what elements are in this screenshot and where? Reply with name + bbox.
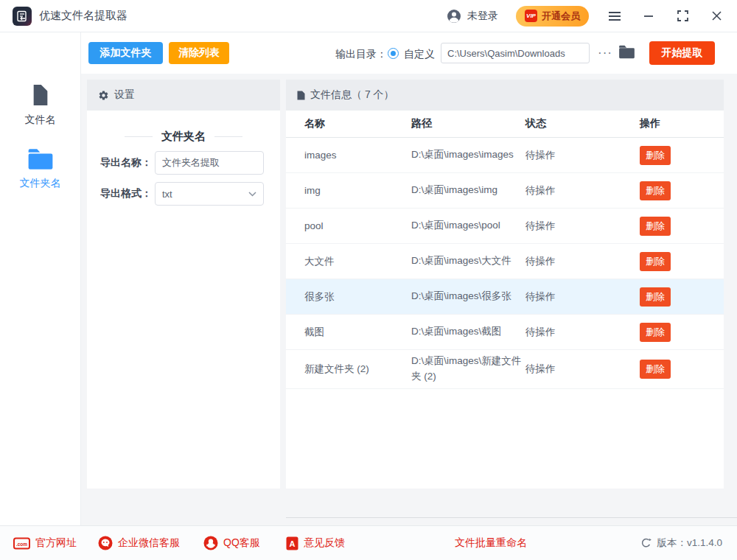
custom-radio-label[interactable]: 自定义	[404, 48, 435, 61]
maximize-button[interactable]	[674, 8, 691, 24]
table-row[interactable]: imgD:\桌面\images\img待操作删除	[286, 173, 724, 209]
row-actions: 删除	[640, 146, 724, 165]
footer-link-website[interactable]: .com 官方网址	[13, 526, 77, 560]
clear-list-button[interactable]: 清除列表	[169, 42, 229, 64]
menu-icon[interactable]	[607, 8, 623, 24]
output-dir-label: 输出目录：	[335, 48, 387, 61]
row-status: 待操作	[525, 363, 640, 376]
start-extract-button[interactable]: 开始提取	[649, 41, 715, 65]
delete-button[interactable]: 删除	[640, 146, 671, 165]
footer-link-qq[interactable]: QQ客服	[203, 526, 260, 560]
column-header: 名称	[304, 117, 411, 130]
row-status: 待操作	[525, 149, 640, 162]
sidebar-item-foldername[interactable]: 文件夹名	[0, 148, 80, 190]
settings-header-label: 设置	[114, 88, 135, 102]
add-folder-button[interactable]: 添加文件夹	[88, 42, 163, 64]
footer-link-batch-rename[interactable]: 文件批量重命名	[455, 526, 527, 560]
app-title: 优速文件名提取器	[39, 9, 128, 23]
sidebar-item-label: 文件夹名	[0, 177, 80, 190]
settings-panel-header: 设置	[87, 80, 280, 111]
open-folder-button[interactable]	[618, 44, 635, 62]
file-info-header-label: 文件信息（ 7 个）	[310, 88, 394, 102]
svg-text:.com: .com	[16, 541, 27, 546]
column-header: 操作	[640, 117, 724, 130]
document-icon	[297, 91, 305, 100]
sidebar: 文件名 文件夹名	[0, 32, 81, 525]
row-actions: 删除	[640, 323, 724, 342]
footer-link-wechat[interactable]: 企业微信客服	[98, 526, 180, 560]
qq-icon	[203, 536, 218, 550]
chevron-down-icon	[248, 192, 256, 197]
user-avatar-icon	[447, 9, 461, 24]
folder-icon	[27, 148, 54, 173]
delete-button[interactable]: 删除	[640, 181, 671, 200]
table-row[interactable]: 大文件D:\桌面\images\大文件待操作删除	[286, 244, 724, 279]
delete-button[interactable]: 删除	[640, 360, 671, 379]
row-path: D:\桌面\images\截图	[411, 321, 522, 343]
row-path: D:\桌面\images\新建文件夹 (2)	[411, 350, 522, 388]
footer-link-label: 企业微信客服	[118, 536, 180, 550]
toolbar: 添加文件夹 清除列表 输出目录： 自定义 ··· 开始提取	[81, 32, 737, 74]
table-row[interactable]: 新建文件夹 (2)D:\桌面\images\新建文件夹 (2)待操作删除	[286, 350, 724, 389]
table-row[interactable]: 截图D:\桌面\images\截图待操作删除	[286, 315, 724, 350]
row-actions: 删除	[640, 360, 724, 379]
minimize-button[interactable]	[640, 8, 657, 24]
user-account[interactable]: 未登录	[447, 9, 498, 24]
svg-text:A: A	[290, 539, 296, 547]
row-name: img	[304, 185, 411, 196]
export-name-input[interactable]	[155, 151, 264, 175]
table-row[interactable]: poolD:\桌面\images\pool待操作删除	[286, 209, 724, 244]
footer: .com 官方网址 企业微信客服	[0, 525, 737, 560]
delete-button[interactable]: 删除	[640, 252, 671, 271]
table-row[interactable]: 很多张D:\桌面\images\很多张待操作删除	[286, 279, 724, 315]
row-status: 待操作	[525, 184, 640, 197]
close-button[interactable]	[708, 8, 724, 24]
export-name-label: 导出名称：	[100, 156, 152, 169]
vip-button[interactable]: VIP 开通会员	[516, 6, 589, 27]
refresh-icon[interactable]	[640, 538, 652, 549]
file-icon	[29, 83, 52, 110]
delete-button[interactable]: 删除	[640, 323, 671, 342]
delete-button[interactable]: 删除	[640, 287, 671, 307]
row-name: 大文件	[304, 255, 411, 268]
row-actions: 删除	[640, 217, 724, 236]
column-header: 状态	[525, 117, 640, 130]
app-logo-icon	[13, 7, 32, 26]
row-path: D:\桌面\images\很多张	[411, 285, 522, 308]
row-status: 待操作	[525, 326, 640, 339]
app-window: 优速文件名提取器 未登录 VIP 开通会员	[0, 0, 737, 560]
settings-panel: 设置 文件夹名 导出名称： 导出格式： txt	[87, 80, 280, 489]
main-area: 设置 文件夹名 导出名称： 导出格式： txt	[81, 74, 737, 525]
delete-button[interactable]: 删除	[640, 217, 671, 236]
row-path: D:\桌面\images\img	[411, 179, 522, 202]
settings-section-title: 文件夹名	[87, 130, 280, 144]
footer-link-feedback[interactable]: A 意见反馈	[286, 526, 345, 560]
file-info-panel: 文件信息（ 7 个） 名称路径状态操作 imagesD:\桌面\images\i…	[286, 80, 724, 489]
export-format-value: txt	[162, 189, 172, 200]
titlebar: 优速文件名提取器 未登录 VIP 开通会员	[0, 0, 737, 32]
row-path: D:\桌面\images\pool	[411, 214, 522, 237]
row-name: 新建文件夹 (2)	[304, 363, 411, 376]
output-path-input[interactable]	[441, 43, 590, 63]
table-row[interactable]: imagesD:\桌面\images\images待操作删除	[286, 138, 724, 173]
table-body: imagesD:\桌面\images\images待操作删除imgD:\桌面\i…	[286, 138, 724, 489]
titlebar-right: 未登录 VIP 开通会员	[447, 6, 724, 27]
wechat-icon	[98, 536, 113, 550]
sidebar-item-label: 文件名	[0, 113, 80, 127]
sidebar-item-filename[interactable]: 文件名	[0, 83, 80, 127]
table-header-row: 名称路径状态操作	[286, 111, 724, 138]
file-info-panel-header: 文件信息（ 7 个）	[286, 80, 724, 111]
export-format-select[interactable]: txt	[155, 182, 264, 206]
row-status: 待操作	[525, 220, 640, 233]
row-status: 待操作	[525, 290, 640, 304]
footer-link-label: 官方网址	[35, 536, 77, 550]
browse-more-button[interactable]: ···	[594, 43, 616, 63]
row-name: 很多张	[304, 290, 411, 304]
version-info: 版本：v1.1.4.0	[640, 526, 722, 560]
custom-radio[interactable]	[388, 48, 399, 59]
row-status: 待操作	[525, 255, 640, 268]
row-name: pool	[304, 220, 411, 231]
login-status: 未登录	[467, 10, 498, 23]
row-actions: 删除	[640, 287, 724, 307]
footer-link-label: QQ客服	[223, 536, 260, 550]
